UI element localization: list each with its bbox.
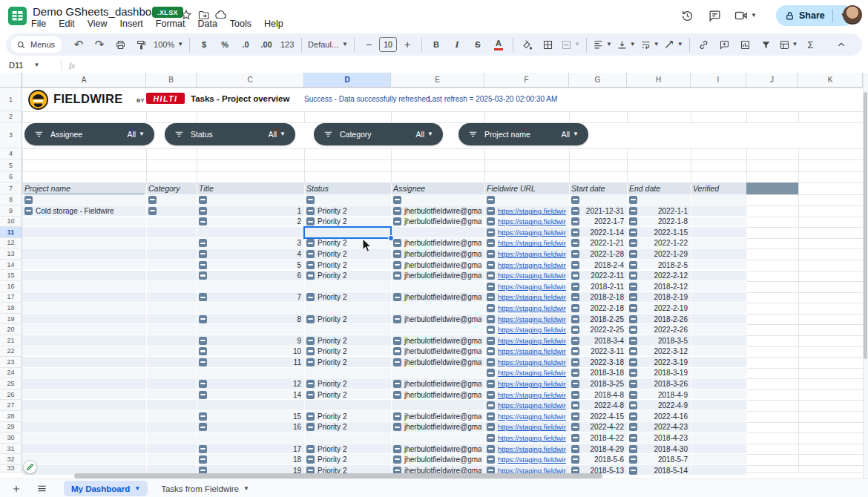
row-header-27[interactable]: 27: [0, 400, 22, 411]
row-header-26[interactable]: 26: [0, 389, 22, 401]
column-header-I[interactable]: I: [691, 73, 746, 88]
row-header-11[interactable]: 11: [0, 227, 22, 238]
row-header-18[interactable]: 18: [0, 303, 22, 314]
column-header-F[interactable]: F: [484, 73, 569, 88]
cell-F10: https://staging.fieldwire.c: [487, 217, 566, 227]
row-header-3[interactable]: 3: [0, 122, 22, 148]
fill-handle[interactable]: [388, 235, 394, 241]
fieldwire-url-link[interactable]: https://staging.fieldwire.c: [498, 445, 566, 453]
row-header-33[interactable]: 33: [0, 465, 22, 473]
sheet-tab-tasks-from-fieldwire[interactable]: Tasks from Fieldwire ▼: [154, 481, 257, 496]
row-header-8[interactable]: 8: [0, 194, 22, 205]
filter-chip-cell[interactable]: [306, 195, 318, 205]
filter-chip-cell[interactable]: [629, 195, 640, 205]
row-header-6[interactable]: 6: [0, 171, 22, 182]
column-header-G[interactable]: G: [569, 73, 627, 88]
filter-chip-cell[interactable]: [24, 195, 36, 205]
row-header-17[interactable]: 17: [0, 292, 22, 303]
row-header-16[interactable]: 16: [0, 281, 22, 292]
slicer-value[interactable]: All ▼: [415, 130, 433, 139]
slicer-label: Project name: [484, 130, 530, 139]
filter-chip-cell[interactable]: [148, 195, 160, 205]
add-sheet-button[interactable]: [7, 481, 25, 496]
fieldwire-url-link[interactable]: https://staging.fieldwire.c: [498, 228, 566, 237]
row-header-5[interactable]: 5: [0, 159, 22, 171]
fieldwire-url-link[interactable]: https://staging.fieldwire.c: [498, 207, 566, 215]
fieldwire-url-link[interactable]: https://staging.fieldwire.c: [498, 434, 566, 442]
row-header-4[interactable]: 4: [0, 148, 22, 159]
fieldwire-url-link[interactable]: https://staging.fieldwire.c: [498, 401, 566, 409]
task-title: 5: [297, 261, 301, 269]
row-header-23[interactable]: 23: [0, 357, 22, 368]
slicer-status[interactable]: Status All ▼: [165, 123, 295, 145]
row-header-10[interactable]: 10: [0, 217, 22, 228]
slicer-value[interactable]: All ▼: [268, 130, 286, 139]
fieldwire-url-link[interactable]: https://staging.fieldwire.c: [498, 315, 566, 323]
row-header-20[interactable]: 20: [0, 324, 22, 335]
row-header-14[interactable]: 14: [0, 260, 22, 271]
fieldwire-url-link[interactable]: https://staging.fieldwire.c: [498, 347, 566, 355]
fieldwire-url-link[interactable]: https://staging.fieldwire.c: [498, 304, 566, 312]
row-header-2[interactable]: 2: [0, 111, 22, 122]
sheet-tab-my-dashboard[interactable]: My Dashboard ▼: [64, 481, 148, 496]
column-header-J[interactable]: J: [746, 73, 798, 88]
row-header-32[interactable]: 32: [0, 454, 22, 465]
filter-chip-cell[interactable]: [199, 195, 210, 205]
fieldwire-url-link[interactable]: https://staging.fieldwire.c: [498, 271, 566, 280]
slicer-value[interactable]: All ▼: [127, 130, 145, 139]
sheet-tab-caret[interactable]: ▼: [134, 486, 140, 492]
fieldwire-url-link[interactable]: https://staging.fieldwire.c: [498, 455, 566, 464]
all-sheets-button[interactable]: [33, 481, 50, 496]
slicer-value[interactable]: All ▼: [561, 130, 579, 139]
fieldwire-url-link[interactable]: https://staging.fieldwire.c: [498, 250, 566, 258]
fieldwire-url-link[interactable]: https://staging.fieldwire.c: [498, 358, 566, 366]
column-header-E[interactable]: E: [391, 73, 484, 88]
fieldwire-url-link[interactable]: https://staging.fieldwire.c: [498, 217, 566, 226]
sheet-tab-caret[interactable]: ▼: [243, 486, 249, 492]
fieldwire-url-link[interactable]: https://staging.fieldwire.c: [498, 261, 566, 269]
slicer-project-name[interactable]: Project name All ▼: [458, 123, 588, 145]
row-header-25[interactable]: 25: [0, 378, 22, 389]
chip-icon: [571, 196, 579, 204]
column-header-D[interactable]: D: [304, 73, 391, 88]
fieldwire-url-link[interactable]: https://staging.fieldwire.c: [498, 369, 566, 377]
fieldwire-url-link[interactable]: https://staging.fieldwire.c: [498, 326, 566, 334]
row-header-12[interactable]: 12: [0, 238, 22, 249]
fieldwire-url-link[interactable]: https://staging.fieldwire.c: [498, 239, 566, 247]
fieldwire-url-link[interactable]: https://staging.fieldwire.c: [498, 337, 566, 345]
selected-cell-outline[interactable]: [303, 226, 392, 239]
row-header-15[interactable]: 15: [0, 271, 22, 282]
filter-chip-cell[interactable]: [487, 195, 498, 205]
filter-chip-cell[interactable]: [393, 195, 404, 205]
horizontal-scrollbar-thumb[interactable]: [74, 473, 602, 478]
row-header-13[interactable]: 13: [0, 249, 22, 260]
column-header-C[interactable]: C: [197, 73, 304, 88]
row-header-31[interactable]: 31: [0, 444, 22, 455]
fieldwire-url-link[interactable]: https://staging.fieldwire.c: [498, 412, 566, 421]
row-header-1[interactable]: 1: [0, 88, 22, 111]
fieldwire-url-link[interactable]: https://staging.fieldwire.c: [498, 283, 566, 291]
select-all-corner[interactable]: [0, 73, 22, 88]
row-header-7[interactable]: 7: [0, 182, 22, 194]
row-header-22[interactable]: 22: [0, 346, 22, 358]
row-header-21[interactable]: 21: [0, 335, 22, 346]
chip-icon: [393, 412, 401, 421]
slicer-assignee[interactable]: Assignee All ▼: [24, 123, 154, 145]
fieldwire-url-link[interactable]: https://staging.fieldwire.c: [498, 380, 566, 388]
fieldwire-url-link[interactable]: https://staging.fieldwire.c: [498, 423, 566, 431]
slicer-category[interactable]: Category All ▼: [314, 123, 443, 145]
row-header-29[interactable]: 29: [0, 422, 22, 433]
column-header-A[interactable]: A: [22, 73, 146, 88]
row-header-28[interactable]: 28: [0, 411, 22, 422]
fieldwire-url-link[interactable]: https://staging.fieldwire.c: [498, 293, 566, 301]
fieldwire-url-link[interactable]: https://staging.fieldwire.c: [498, 391, 566, 399]
vertical-scrollbar-thumb[interactable]: [864, 92, 867, 359]
column-header-H[interactable]: H: [627, 73, 691, 88]
row-header-19[interactable]: 19: [0, 314, 22, 325]
filter-chip-cell[interactable]: [571, 195, 582, 205]
row-header-24[interactable]: 24: [0, 368, 22, 379]
column-header-B[interactable]: B: [146, 73, 197, 88]
column-header-K[interactable]: K: [798, 73, 863, 88]
row-header-30[interactable]: 30: [0, 432, 22, 444]
row-header-9[interactable]: 9: [0, 205, 22, 217]
